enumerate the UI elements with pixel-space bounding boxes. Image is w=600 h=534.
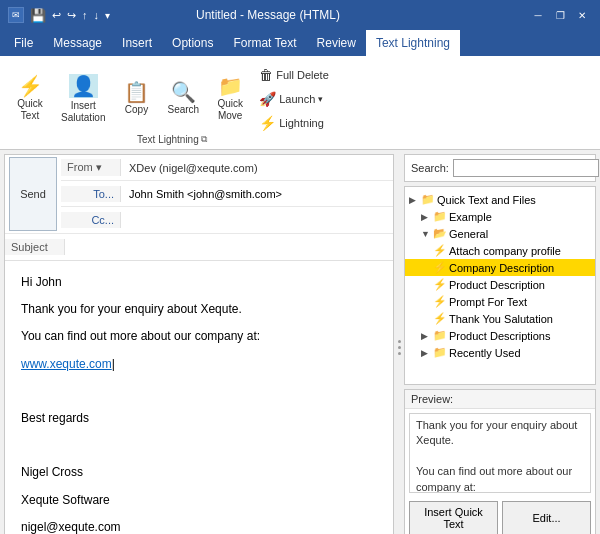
drag-dot-2 bbox=[398, 346, 401, 349]
folder-icon-0: 📁 bbox=[421, 193, 435, 206]
preview-buttons: Insert Quick Text Edit... bbox=[405, 497, 595, 534]
cc-input[interactable] bbox=[121, 218, 393, 222]
lightning-label: Lightning bbox=[279, 117, 324, 129]
minimize-button[interactable]: ─ bbox=[528, 5, 548, 25]
preview-label: Preview: bbox=[405, 390, 595, 409]
copy-button[interactable]: 📋 Copy bbox=[116, 77, 156, 121]
body-regards: Best regards bbox=[21, 409, 377, 428]
quick-access-undo[interactable]: ↩ bbox=[52, 9, 61, 22]
search-icon: 🔍 bbox=[171, 82, 196, 102]
search-bar: Search: 🔍 bbox=[404, 154, 596, 182]
copy-label: Copy bbox=[125, 104, 148, 116]
quick-access-more[interactable]: ▾ bbox=[105, 10, 110, 21]
quick-access-save[interactable]: 💾 bbox=[30, 8, 46, 23]
tree-label-attach: Attach company profile bbox=[449, 245, 561, 257]
edit-button[interactable]: Edit... bbox=[502, 501, 591, 534]
tree-item-quick-text-files[interactable]: ▶ 📁 Quick Text and Files bbox=[405, 191, 595, 208]
email-headers: Send From ▾ XDev (nigel@xequte.com) To..… bbox=[5, 155, 393, 261]
ribbon: ⚡ QuickText 👤 InsertSalutation 📋 Copy 🔍 … bbox=[0, 56, 600, 150]
ribbon-expand-icon[interactable]: ⧉ bbox=[201, 134, 207, 145]
ribbon-group-label-text: Text Lightning bbox=[137, 134, 199, 145]
menu-options[interactable]: Options bbox=[162, 30, 223, 56]
to-value[interactable]: John Smith <john@smith.com> bbox=[121, 186, 393, 202]
email-body[interactable]: Hi John Thank you for your enquiry about… bbox=[5, 261, 393, 534]
menu-format-text[interactable]: Format Text bbox=[223, 30, 306, 56]
ribbon-buttons-main: ⚡ QuickText 👤 InsertSalutation 📋 Copy 🔍 … bbox=[10, 60, 334, 134]
lightning-icon-company: ⚡ bbox=[433, 261, 447, 274]
menu-message[interactable]: Message bbox=[43, 30, 112, 56]
quick-text-icon: ⚡ bbox=[18, 76, 43, 96]
lightning-icon-attach: ⚡ bbox=[433, 244, 447, 257]
menu-text-lightning[interactable]: Text Lightning bbox=[366, 30, 460, 56]
from-label[interactable]: From ▾ bbox=[61, 159, 121, 176]
body-company: Xequte Software bbox=[21, 491, 377, 510]
body-name: Nigel Cross bbox=[21, 463, 377, 482]
tree-chevron-recent: ▶ bbox=[421, 348, 431, 358]
body-spacer bbox=[21, 382, 377, 401]
cc-button[interactable]: Cc... bbox=[61, 212, 121, 228]
app-icon: ✉ bbox=[8, 7, 24, 23]
menu-file[interactable]: File bbox=[4, 30, 43, 56]
from-row: From ▾ XDev (nigel@xequte.com) bbox=[61, 155, 393, 181]
email-from-row: Send From ▾ XDev (nigel@xequte.com) To..… bbox=[5, 155, 393, 234]
body-thanks: Thank you for your enquiry about Xequte. bbox=[21, 300, 377, 319]
quick-access-redo[interactable]: ↪ bbox=[67, 9, 76, 22]
tree-item-product-description[interactable]: ⚡ Product Description bbox=[405, 276, 595, 293]
launch-chevron: ▾ bbox=[318, 94, 323, 104]
restore-button[interactable]: ❐ bbox=[550, 5, 570, 25]
tree-label-product: Product Description bbox=[449, 279, 545, 291]
tree-item-attach-company[interactable]: ⚡ Attach company profile bbox=[405, 242, 595, 259]
send-button[interactable]: Send bbox=[9, 157, 57, 231]
lightning-icon-prompt: ⚡ bbox=[433, 295, 447, 308]
quick-move-button[interactable]: 📁 QuickMove bbox=[210, 71, 250, 127]
tree-item-thank-you[interactable]: ⚡ Thank You Salutation bbox=[405, 310, 595, 327]
tree-chevron-0: ▶ bbox=[409, 195, 419, 205]
company-link[interactable]: www.xequte.com bbox=[21, 357, 112, 371]
quick-move-icon: 📁 bbox=[218, 76, 243, 96]
insert-quick-text-button[interactable]: Insert Quick Text bbox=[409, 501, 498, 534]
close-button[interactable]: ✕ bbox=[572, 5, 592, 25]
full-delete-icon: 🗑 bbox=[259, 67, 273, 83]
search-button[interactable]: 🔍 Search bbox=[160, 77, 206, 121]
tree-item-product-descriptions[interactable]: ▶ 📁 Product Descriptions bbox=[405, 327, 595, 344]
to-row: To... John Smith <john@smith.com> bbox=[61, 181, 393, 207]
tree-item-example[interactable]: ▶ 📁 Example bbox=[405, 208, 595, 225]
menu-insert[interactable]: Insert bbox=[112, 30, 162, 56]
folder-icon-recent: 📁 bbox=[433, 346, 447, 359]
tree-chevron-example: ▶ bbox=[421, 212, 431, 222]
insert-salutation-button[interactable]: 👤 InsertSalutation bbox=[54, 69, 112, 129]
tree-chevron-product-desc: ▶ bbox=[421, 331, 431, 341]
quick-text-label: QuickText bbox=[17, 98, 43, 122]
tree-chevron-general: ▼ bbox=[421, 229, 431, 239]
subject-label: Subject bbox=[5, 239, 65, 255]
tree-item-recently-used[interactable]: ▶ 📁 Recently Used bbox=[405, 344, 595, 361]
tree-item-prompt-for-text[interactable]: ⚡ Prompt For Text bbox=[405, 293, 595, 310]
tree-label-thankyou: Thank You Salutation bbox=[449, 313, 553, 325]
tree-item-company-description[interactable]: ⚡ Company Description bbox=[405, 259, 595, 276]
subject-row: Subject bbox=[5, 234, 393, 260]
quick-access-up[interactable]: ↑ bbox=[82, 9, 88, 21]
email-panel: Send From ▾ XDev (nigel@xequte.com) To..… bbox=[4, 154, 394, 534]
body-link[interactable]: www.xequte.com| bbox=[21, 355, 377, 374]
subject-input[interactable] bbox=[65, 239, 393, 255]
quick-text-button[interactable]: ⚡ QuickText bbox=[10, 71, 50, 127]
preview-section: Preview: Thank you for your enquiry abou… bbox=[404, 389, 596, 534]
tree-item-general[interactable]: ▼ 📂 General bbox=[405, 225, 595, 242]
to-button[interactable]: To... bbox=[61, 186, 121, 202]
preview-content: Thank you for your enquiry about Xequte.… bbox=[409, 413, 591, 493]
field-headers: From ▾ XDev (nigel@xequte.com) To... Joh… bbox=[61, 155, 393, 233]
drag-handle[interactable] bbox=[396, 150, 402, 534]
full-delete-button[interactable]: 🗑 Full Delete bbox=[254, 64, 334, 86]
search-input[interactable] bbox=[453, 159, 599, 177]
tree-label-example: Example bbox=[449, 211, 492, 223]
cc-row: Cc... bbox=[61, 207, 393, 233]
insert-salutation-label: InsertSalutation bbox=[61, 100, 105, 124]
compose-area: Send From ▾ XDev (nigel@xequte.com) To..… bbox=[0, 150, 600, 534]
lightning-button[interactable]: ⚡ Lightning bbox=[254, 112, 334, 134]
tree-label-general: General bbox=[449, 228, 488, 240]
menu-review[interactable]: Review bbox=[307, 30, 366, 56]
lightning-icon-thankyou: ⚡ bbox=[433, 312, 447, 325]
launch-button[interactable]: 🚀 Launch ▾ bbox=[254, 88, 334, 110]
tree-label-company: Company Description bbox=[449, 262, 554, 274]
quick-access-down[interactable]: ↓ bbox=[94, 9, 100, 21]
